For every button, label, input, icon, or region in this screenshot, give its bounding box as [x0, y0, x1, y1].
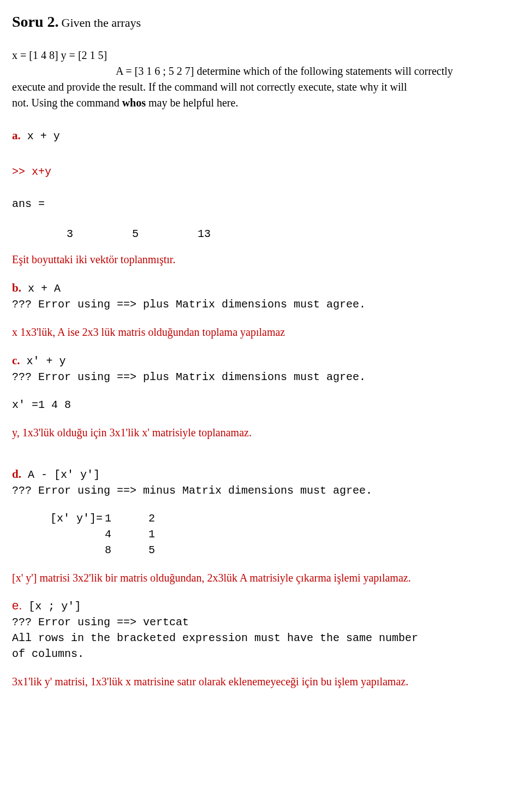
explain-b: x 1x3'lük, A ise 2x3 lük matris olduğund…	[12, 324, 512, 340]
cmd-a: >> x+y	[12, 164, 512, 180]
option-e: e. [x ; y']	[12, 597, 512, 614]
title-rest: Given the arrays	[62, 16, 141, 29]
error-e-2a: All rows in the bracketed expression mus…	[12, 630, 512, 646]
label-d: d.	[12, 467, 21, 481]
code-b: x + A	[21, 282, 61, 295]
arrays-line-A: A = [3 1 6 ; 5 2 7] determine which of t…	[12, 63, 512, 79]
label-b: b.	[12, 281, 21, 294]
error-c: ??? Error using ==> plus Matrix dimensio…	[12, 369, 512, 385]
label-a: a.	[12, 129, 21, 142]
error-e: ??? Error using ==> vertcat	[12, 614, 512, 630]
matrix-row-2: 41	[12, 526, 512, 542]
option-a: a. x + y	[12, 127, 512, 144]
xprime-line: x' =1 4 8	[12, 397, 512, 413]
error-e-2b: of columns.	[12, 646, 512, 662]
para-line3: not. Using the command whos may be helpf…	[12, 95, 512, 111]
explain-e: 3x1'lik y' matrisi, 1x3'lük x matrisine …	[12, 674, 512, 690]
code-a: x + y	[21, 130, 60, 143]
explain-a: Eşit boyuttaki iki vektör toplanmıştır.	[12, 252, 512, 268]
explain-c: y, 1x3'lük olduğu için 3x1'lik x' matris…	[12, 425, 512, 441]
ans-label: ans =	[12, 196, 512, 212]
code-c: x' + y	[20, 355, 66, 368]
arrays-line-xy: x = [1 4 8] y = [2 1 5]	[12, 48, 512, 63]
para-line2: execute and provide the result. If the c…	[12, 79, 512, 95]
error-d: ??? Error using ==> minus Matrix dimensi…	[12, 483, 512, 499]
ans-values: 3513	[12, 226, 512, 242]
title-prefix: Soru 2.	[12, 13, 59, 30]
option-b: b. x + A	[12, 280, 512, 297]
label-e: e.	[12, 598, 22, 612]
error-b: ??? Error using ==> plus Matrix dimensio…	[12, 297, 512, 312]
code-d: A - [x' y']	[21, 469, 100, 481]
label-c: c.	[12, 354, 20, 367]
option-c: c. x' + y	[12, 352, 512, 369]
explain-d: [x' y'] matrisi 3x2'lik bir matris olduğ…	[12, 570, 512, 586]
option-d: d. A - [x' y']	[12, 466, 512, 483]
matrix-row-1: [x' y']=12	[12, 511, 512, 526]
matrix-row-3: 85	[12, 542, 512, 558]
question-title: Soru 2. Given the arrays	[12, 11, 512, 33]
code-e: [x ; y']	[22, 600, 81, 613]
